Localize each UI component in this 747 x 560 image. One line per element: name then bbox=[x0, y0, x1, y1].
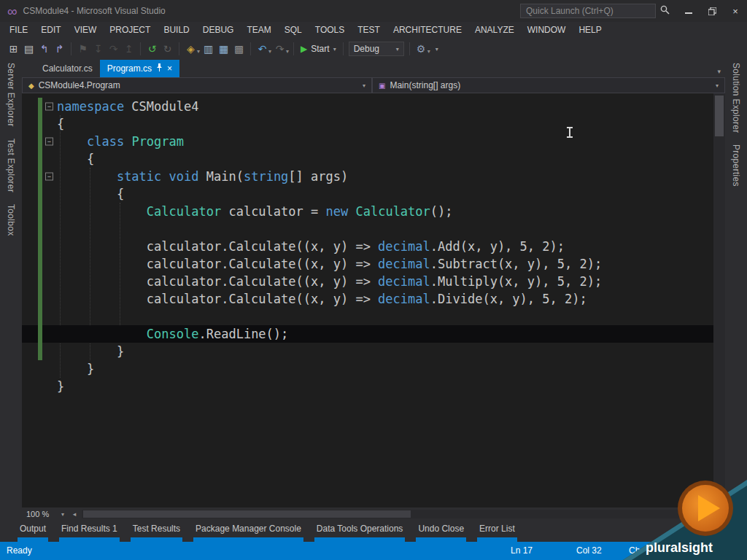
menu-view[interactable]: VIEW bbox=[68, 23, 104, 37]
redo-icon[interactable]: ↷ bbox=[272, 43, 287, 55]
editor-tab-program-cs[interactable]: Program.cs× bbox=[100, 60, 179, 77]
menu-sql[interactable]: SQL bbox=[278, 23, 309, 37]
menu-debug[interactable]: DEBUG bbox=[196, 23, 241, 37]
horizontal-scrollbar-thumb[interactable] bbox=[83, 510, 411, 518]
tool-tab-toolbox[interactable]: Toolbox bbox=[6, 204, 16, 236]
bottom-tab-data-tools-operations[interactable]: Data Tools Operations bbox=[314, 522, 406, 542]
menu-analyze[interactable]: ANALYZE bbox=[468, 23, 521, 37]
chevron-down-icon: ▾ bbox=[268, 48, 271, 55]
code-line[interactable]: calculator.Calculate((x, y) => decimal.D… bbox=[22, 290, 713, 308]
vertical-scrollbar-thumb[interactable] bbox=[715, 96, 724, 136]
vertical-scrollbar[interactable] bbox=[713, 93, 725, 508]
menu-tools[interactable]: TOOLS bbox=[309, 23, 351, 37]
new-query-icon[interactable]: ◈ bbox=[183, 43, 198, 55]
fold-collapse-icon[interactable]: − bbox=[45, 173, 53, 181]
type-dropdown[interactable]: ◆ CSModule4.Program ▾ bbox=[22, 77, 372, 93]
toolbar-separator bbox=[250, 42, 251, 55]
code-line[interactable] bbox=[22, 220, 713, 238]
menu-build[interactable]: BUILD bbox=[157, 23, 196, 37]
code-text: calculator.Calculate((x, y) => decimal.M… bbox=[57, 273, 602, 290]
menu-team[interactable]: TEAM bbox=[240, 23, 277, 37]
code-line[interactable]: calculator.Calculate((x, y) => decimal.A… bbox=[22, 238, 713, 255]
undo-close-document-icon[interactable]: ↰ bbox=[36, 43, 52, 55]
undo-icon[interactable]: ↶ bbox=[255, 43, 270, 55]
menu-architecture[interactable]: ARCHITECTURE bbox=[387, 23, 468, 37]
tab-label: Program.cs bbox=[107, 63, 152, 74]
code-text: } bbox=[57, 378, 64, 395]
code-line[interactable]: Calculator calculator = new Calculator()… bbox=[22, 203, 713, 220]
close-tab-icon[interactable]: × bbox=[167, 64, 172, 73]
horizontal-scrollbar[interactable] bbox=[82, 510, 712, 518]
pin-icon[interactable] bbox=[156, 63, 163, 74]
tab-list-chevron-icon[interactable]: ▾ bbox=[717, 68, 721, 75]
code-line[interactable]: { bbox=[22, 150, 713, 168]
code-line[interactable]: calculator.Calculate((x, y) => decimal.S… bbox=[22, 255, 713, 273]
navigate-forward-icon[interactable]: ↻ bbox=[160, 43, 175, 55]
solution-configuration-select[interactable]: Debug ▾ bbox=[349, 42, 404, 56]
step-out-icon[interactable]: ↥ bbox=[121, 43, 136, 55]
fold-collapse-icon[interactable]: − bbox=[45, 138, 53, 146]
save-icon[interactable]: ▦ bbox=[216, 43, 231, 55]
save-all-icon[interactable]: ▩ bbox=[231, 43, 247, 55]
new-project-icon[interactable]: ▤ bbox=[21, 43, 36, 55]
code-line[interactable]: Console.ReadLine(); bbox=[22, 325, 713, 343]
bottom-tab-test-results[interactable]: Test Results bbox=[131, 522, 182, 542]
menu-window[interactable]: WINDOW bbox=[521, 23, 573, 37]
status-line-number: Ln 17 bbox=[511, 545, 533, 556]
code-line[interactable]: calculator.Calculate((x, y) => decimal.M… bbox=[22, 273, 713, 290]
menu-test[interactable]: TEST bbox=[351, 23, 387, 37]
tab-label: Calculator.cs bbox=[42, 63, 93, 74]
code-line[interactable]: } bbox=[22, 378, 713, 395]
open-file-icon[interactable]: ▥ bbox=[201, 43, 216, 55]
code-area[interactable]: −namespace CSModule4{− class Program {− … bbox=[22, 93, 713, 508]
bottom-tab-undo-close[interactable]: Undo Close bbox=[416, 522, 466, 542]
code-line[interactable]: − class Program bbox=[22, 133, 713, 150]
tool-tab-test-explorer[interactable]: Test Explorer bbox=[6, 139, 16, 192]
tool-tab-properties[interactable]: Properties bbox=[731, 144, 741, 187]
bottom-tab-find-results-1[interactable]: Find Results 1 bbox=[59, 522, 120, 542]
breakpoint-flag-icon[interactable]: ⚑ bbox=[75, 43, 90, 55]
close-button[interactable]: × bbox=[724, 0, 747, 22]
step-into-icon[interactable]: ↧ bbox=[90, 43, 106, 55]
code-line[interactable]: { bbox=[22, 115, 713, 133]
member-dropdown[interactable]: ▣ Main(string[] args) ▾ bbox=[372, 77, 725, 93]
code-line[interactable]: } bbox=[22, 343, 713, 360]
code-line[interactable] bbox=[22, 308, 713, 325]
search-icon[interactable] bbox=[660, 4, 670, 18]
visual-studio-logo-icon: ∞ bbox=[7, 4, 18, 18]
scroll-left-icon[interactable]: ◂ bbox=[69, 510, 80, 518]
tool-tab-server-explorer[interactable]: Server Explorer bbox=[6, 63, 16, 127]
text-cursor-pointer-icon bbox=[566, 127, 573, 138]
zoom-control[interactable]: 100 % ▾ bbox=[22, 510, 69, 518]
restore-button[interactable] bbox=[700, 0, 724, 22]
code-line[interactable]: − static void Main(string[] args) bbox=[22, 168, 713, 185]
bottom-tab-package-manager-console[interactable]: Package Manager Console bbox=[193, 522, 303, 542]
status-column-number: Col 32 bbox=[576, 545, 602, 556]
bottom-tab-output[interactable]: Output bbox=[18, 522, 48, 542]
minimize-button[interactable] bbox=[677, 0, 700, 22]
chevron-down-icon: ▾ bbox=[61, 511, 64, 518]
quick-launch-input[interactable]: Quick Launch (Ctrl+Q) bbox=[520, 4, 656, 18]
start-debug-button[interactable]: ▶ Start ▾ bbox=[298, 44, 339, 54]
code-editor[interactable]: −namespace CSModule4{− class Program {− … bbox=[22, 93, 725, 508]
chevron-down-icon: ▾ bbox=[396, 46, 399, 52]
fold-collapse-icon[interactable]: − bbox=[45, 103, 53, 111]
zoom-value: 100 % bbox=[26, 510, 49, 518]
step-over-icon[interactable]: ↷ bbox=[106, 43, 121, 55]
editor-tab-calculator-cs[interactable]: Calculator.cs bbox=[35, 60, 100, 77]
code-line[interactable]: { bbox=[22, 185, 713, 203]
code-line[interactable]: −namespace CSModule4 bbox=[22, 98, 713, 115]
code-text: Console.ReadLine(); bbox=[57, 325, 288, 343]
find-in-files-icon[interactable]: ⚙ bbox=[414, 43, 429, 55]
code-line[interactable]: } bbox=[22, 360, 713, 378]
toolbar-overflow-icon[interactable]: ▾ bbox=[436, 46, 438, 52]
menu-project[interactable]: PROJECT bbox=[103, 23, 157, 37]
bottom-tab-error-list[interactable]: Error List bbox=[477, 522, 517, 542]
menu-edit[interactable]: EDIT bbox=[34, 23, 67, 37]
menu-file[interactable]: FILE bbox=[3, 23, 34, 37]
add-item-icon[interactable]: ⊞ bbox=[6, 43, 21, 55]
tool-tab-solution-explorer[interactable]: Solution Explorer bbox=[731, 63, 741, 133]
menu-help[interactable]: HELP bbox=[572, 23, 608, 37]
navigate-back-icon[interactable]: ↺ bbox=[144, 43, 160, 55]
redo-document-icon[interactable]: ↱ bbox=[52, 43, 67, 55]
